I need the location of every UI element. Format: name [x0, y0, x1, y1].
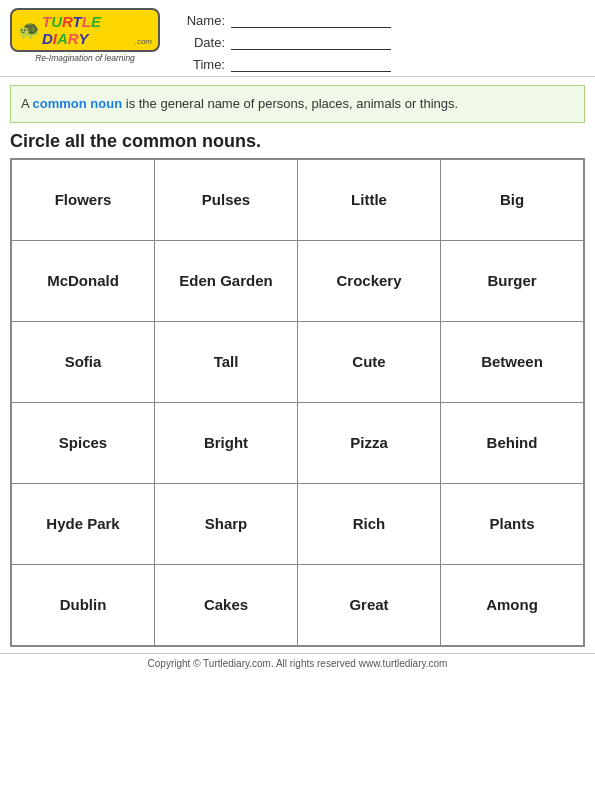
logo-tagline: Re-Imagination of learning [35, 53, 135, 63]
grid-cell[interactable]: Cute [298, 322, 441, 402]
logo-title: TURTLE DIARY [42, 13, 135, 47]
grid-row: Hyde Park Sharp Rich Plants [12, 484, 583, 565]
grid-cell[interactable]: Spices [12, 403, 155, 483]
grid-cell[interactable]: Pulses [155, 160, 298, 240]
info-box: A common noun is the general name of per… [10, 85, 585, 123]
date-line[interactable] [231, 34, 391, 50]
date-field: Date: [180, 34, 585, 50]
grid-row: Dublin Cakes Great Among [12, 565, 583, 645]
grid-cell[interactable]: Among [441, 565, 583, 645]
logo-badge: 🐢 TURTLE DIARY .com [10, 8, 160, 52]
grid-cell[interactable]: Sharp [155, 484, 298, 564]
time-field: Time: [180, 56, 585, 72]
logo-com: .com [135, 37, 152, 46]
info-text-middle: is the general name of persons, places, … [122, 96, 458, 111]
grid-cell[interactable]: Hyde Park [12, 484, 155, 564]
logo-area: 🐢 TURTLE DIARY .com Re-Imagination of le… [10, 8, 160, 63]
grid-cell[interactable]: Pizza [298, 403, 441, 483]
common-noun-term: common noun [33, 96, 123, 111]
instruction: Circle all the common nouns. [10, 131, 585, 152]
grid-cell[interactable]: Great [298, 565, 441, 645]
header: 🐢 TURTLE DIARY .com Re-Imagination of le… [0, 0, 595, 77]
info-text-before: A [21, 96, 33, 111]
grid-row: Flowers Pulses Little Big [12, 160, 583, 241]
grid-cell[interactable]: Tall [155, 322, 298, 402]
name-line[interactable] [231, 12, 391, 28]
grid-cell[interactable]: Dublin [12, 565, 155, 645]
grid-row: McDonald Eden Garden Crockery Burger [12, 241, 583, 322]
grid-row: Spices Bright Pizza Behind [12, 403, 583, 484]
word-grid: Flowers Pulses Little Big McDonald Eden … [10, 158, 585, 647]
time-line[interactable] [231, 56, 391, 72]
grid-cell[interactable]: Eden Garden [155, 241, 298, 321]
grid-row: Sofia Tall Cute Between [12, 322, 583, 403]
grid-cell[interactable]: Burger [441, 241, 583, 321]
date-label: Date: [180, 35, 225, 50]
grid-cell[interactable]: Rich [298, 484, 441, 564]
grid-cell[interactable]: Behind [441, 403, 583, 483]
grid-cell[interactable]: Cakes [155, 565, 298, 645]
grid-cell[interactable]: McDonald [12, 241, 155, 321]
name-field: Name: [180, 12, 585, 28]
grid-cell[interactable]: Between [441, 322, 583, 402]
grid-cell[interactable]: Plants [441, 484, 583, 564]
time-label: Time: [180, 57, 225, 72]
grid-cell[interactable]: Crockery [298, 241, 441, 321]
turtle-icon: 🐢 [18, 19, 40, 41]
form-fields: Name: Date: Time: [160, 8, 585, 72]
grid-cell[interactable]: Flowers [12, 160, 155, 240]
name-label: Name: [180, 13, 225, 28]
grid-cell[interactable]: Big [441, 160, 583, 240]
grid-cell[interactable]: Little [298, 160, 441, 240]
grid-cell[interactable]: Bright [155, 403, 298, 483]
footer: Copyright © Turtlediary.com. All rights … [0, 653, 595, 673]
grid-cell[interactable]: Sofia [12, 322, 155, 402]
